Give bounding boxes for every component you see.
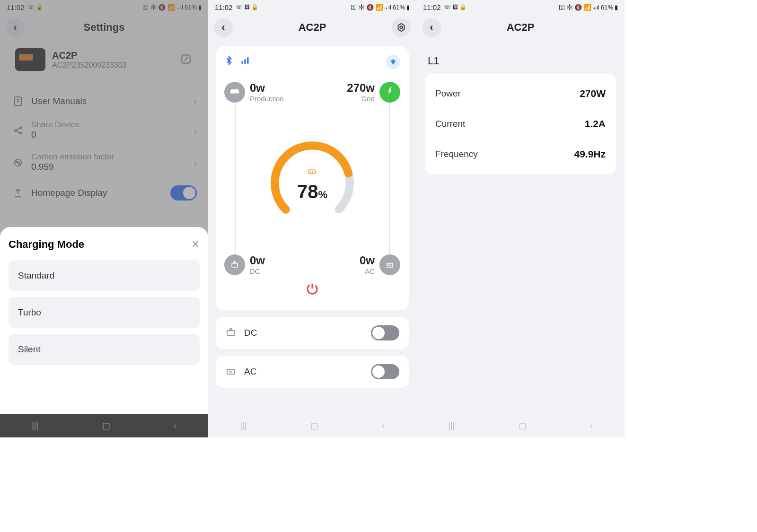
node-dc[interactable]: 0w DC (224, 254, 265, 275)
battery-icon: ▮ (615, 4, 618, 11)
status-battery: 61% (393, 4, 405, 11)
battery-ring[interactable]: 78% (267, 138, 357, 228)
nav-recents[interactable]: ||| (240, 421, 246, 431)
navbar: ||| ▢ ‹ (416, 414, 625, 437)
page-title: AC2P (299, 21, 326, 34)
charging-mode-sheet: Charging Mode ✕ Standard Turbo Silent (0, 227, 208, 414)
back-button[interactable]: ‹ (422, 18, 441, 37)
dc-out-icon (224, 254, 245, 275)
navbar: ||| ▢ ‹ (208, 414, 416, 437)
nav-back[interactable]: ‹ (382, 421, 385, 431)
signal-icon[interactable] (240, 56, 250, 68)
ac-toggle-card: AC (216, 356, 409, 388)
svg-point-9 (400, 26, 403, 29)
node-production[interactable]: 0w Production (224, 81, 284, 103)
status-battery: 61% (601, 4, 613, 11)
metrics-card: Power 270W Current 1.2A Frequency 49.9Hz (425, 74, 616, 174)
dc-toggle-card: DC (216, 317, 409, 349)
mode-turbo[interactable]: Turbo (9, 297, 200, 328)
sheet-title: Charging Mode (9, 238, 84, 251)
nav-home[interactable]: ▢ (519, 420, 527, 431)
status-time: 11:02 (423, 3, 441, 11)
page-title: AC2P (507, 21, 535, 34)
node-ac[interactable]: 0w AC (360, 254, 400, 275)
status-bar: 11:02 ☏ 🖼 🔒 ⚿ ✻ 🔇 📶 ₊ıl 61% ▮ (208, 0, 416, 14)
status-left-icons: ☏ 🖼 🔒 (444, 4, 467, 10)
nav-recents[interactable]: ||| (448, 421, 455, 431)
current-label: Current (435, 119, 465, 129)
status-bar: 11:02 ☏ 🖼 🔒 ⚿ ✻ 🔇 📶 ₊ıl 61% ▮ (416, 0, 625, 14)
app-header: ‹ AC2P (208, 14, 416, 41)
row-frequency: Frequency 49.9Hz (435, 139, 606, 169)
ac-value: 0w (360, 254, 375, 267)
status-right-icons: ⚿ ✻ 🔇 📶 ₊ıl (559, 4, 599, 11)
freq-value: 49.9Hz (574, 148, 606, 160)
nav-back[interactable]: ‹ (590, 421, 593, 431)
dashboard-card: 0w Production 270w Grid (216, 46, 409, 310)
svg-rect-10 (242, 61, 243, 64)
dc-toggle-label: DC (244, 328, 364, 338)
svg-rect-17 (232, 263, 238, 267)
grid-icon (379, 82, 400, 103)
grid-label: Grid (361, 95, 375, 103)
dc-label: DC (250, 267, 265, 275)
ac-toggle-label: AC (244, 366, 364, 377)
status-left-icons: ☏ 🖼 🔒 (236, 4, 259, 10)
ac-toggle[interactable] (371, 364, 399, 379)
section-label: L1 (416, 41, 625, 74)
ac-icon (225, 366, 238, 378)
svg-rect-15 (309, 170, 315, 174)
ac-label: AC (365, 267, 375, 275)
dc-value: 0w (250, 254, 265, 267)
solar-icon (224, 82, 245, 103)
battery-icon: ▮ (406, 4, 410, 11)
bluetooth-icon[interactable] (224, 56, 234, 68)
freq-label: Frequency (435, 149, 478, 159)
svg-rect-12 (247, 57, 248, 63)
dc-icon (225, 327, 238, 339)
svg-rect-11 (244, 60, 246, 64)
battery-icon (297, 167, 327, 179)
ac-out-icon (379, 254, 400, 275)
settings-button[interactable] (392, 18, 411, 37)
back-button[interactable]: ‹ (214, 18, 233, 37)
svg-rect-16 (316, 171, 317, 173)
power-label: Power (435, 88, 461, 99)
mode-silent[interactable]: Silent (9, 334, 200, 365)
dashboard-screen: 11:02 ☏ 🖼 🔒 ⚿ ✻ 🔇 📶 ₊ıl 61% ▮ ‹ AC2P (208, 0, 416, 437)
row-power: Power 270W (435, 78, 606, 109)
row-current: Current 1.2A (435, 109, 606, 139)
power-value: 270W (580, 88, 606, 99)
app-header: ‹ AC2P (416, 14, 625, 41)
settings-screen: 11:02 ☏ 🔒 ⚿ ✻ 🔇 📶 ₊ıl 61% ▮ ‹ Settings A… (0, 0, 208, 437)
mode-standard[interactable]: Standard (9, 260, 200, 291)
dc-toggle[interactable] (371, 325, 399, 340)
svg-rect-21 (227, 331, 235, 335)
gem-icon[interactable] (386, 55, 400, 69)
details-screen: 11:02 ☏ 🖼 🔒 ⚿ ✻ 🔇 📶 ₊ıl 61% ▮ ‹ AC2P L1 … (416, 0, 625, 437)
production-value: 0w (250, 81, 284, 95)
flow-line (389, 103, 390, 259)
grid-value: 270w (347, 81, 375, 95)
node-grid[interactable]: 270w Grid (347, 81, 400, 103)
dash-top-bar (224, 55, 400, 69)
status-time: 11:02 (215, 3, 233, 11)
status-right-icons: ⚿ ✻ 🔇 📶 ₊ıl (351, 4, 391, 11)
battery-percent: 78% (297, 181, 327, 202)
power-button[interactable] (305, 281, 319, 299)
production-label: Production (250, 95, 284, 103)
nav-home[interactable]: ▢ (310, 420, 318, 431)
flow-diagram: 0w Production 270w Grid (224, 81, 400, 299)
close-icon[interactable]: ✕ (191, 238, 200, 251)
flow-line (235, 103, 236, 259)
svg-marker-8 (398, 24, 405, 32)
current-value: 1.2A (585, 118, 606, 130)
